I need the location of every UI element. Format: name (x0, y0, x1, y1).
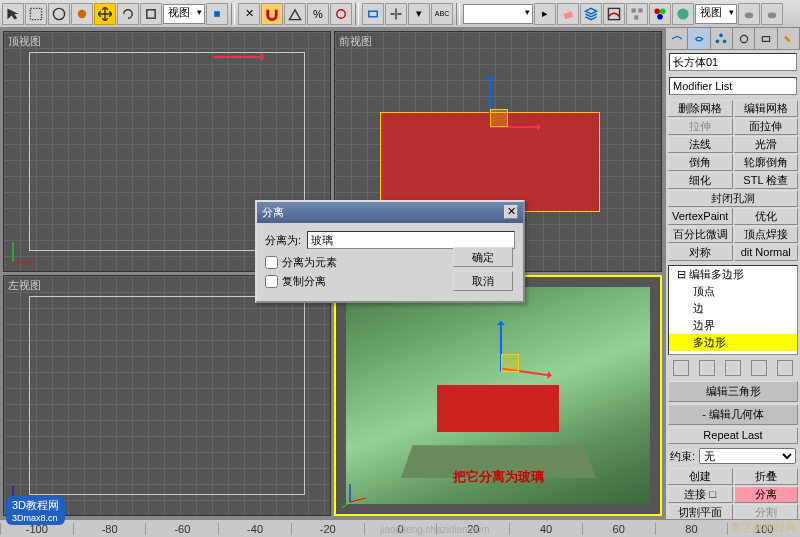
stl-check-button[interactable]: STL 检查 (734, 172, 799, 189)
show-end-icon[interactable] (699, 360, 715, 376)
configure-icon[interactable] (777, 360, 793, 376)
teapot-icon[interactable] (738, 3, 760, 25)
create-tab-icon[interactable] (666, 28, 688, 49)
bevel-button[interactable]: 倒角 (668, 154, 733, 171)
select-lock-icon[interactable]: ✕ (238, 3, 260, 25)
quick-render-icon[interactable] (761, 3, 783, 25)
constraint-dropdown[interactable]: 无 (699, 448, 796, 464)
symmetry-button[interactable]: 对称 (668, 244, 733, 261)
edit-normal-button[interactable]: dit Normal (734, 244, 799, 261)
optimize-button[interactable]: 优化 (734, 208, 799, 225)
outline-bevel-button[interactable]: 轮廓倒角 (734, 154, 799, 171)
create-button[interactable]: 创建 (668, 468, 733, 485)
modifier-list-dropdown[interactable] (669, 77, 797, 95)
hierarchy-tab-icon[interactable] (711, 28, 733, 49)
safe-frame (29, 296, 305, 495)
edit-mesh-button[interactable]: 编辑网格 (734, 100, 799, 117)
pivot-icon[interactable] (206, 3, 228, 25)
angle-snap-icon[interactable] (284, 3, 306, 25)
edit-triangle-rollout[interactable]: 编辑三角形 (668, 381, 798, 402)
edit-geometry-rollout[interactable]: - 编辑几何体 (668, 404, 798, 425)
named-selection-dropdown[interactable] (463, 4, 533, 24)
dialog-titlebar[interactable]: 分离 ✕ (257, 202, 523, 223)
constraint-label: 约束: (670, 449, 695, 464)
connect-button[interactable]: 连接 □ (668, 486, 733, 503)
vertex-paint-button[interactable]: VertexPaint (668, 208, 733, 225)
snap-magnet-icon[interactable] (261, 3, 283, 25)
separator (355, 3, 359, 25)
cap-holes-button[interactable]: 封闭孔洞 (668, 190, 798, 207)
smooth-button[interactable]: 光滑 (734, 136, 799, 153)
layers-icon[interactable] (580, 3, 602, 25)
tree-root[interactable]: ⊟ 编辑多边形 (669, 266, 797, 283)
material-icon[interactable] (649, 3, 671, 25)
make-unique-icon[interactable] (725, 360, 741, 376)
tessellate-button[interactable]: 细化 (668, 172, 733, 189)
svg-rect-10 (638, 8, 642, 12)
pin-stack-icon[interactable] (673, 360, 689, 376)
face-extrude-button[interactable]: 面拉伸 (734, 118, 799, 135)
modifier-stack[interactable]: ⊟ 编辑多边形 顶点 边 边界 多边形 体素 (668, 265, 798, 355)
tree-element[interactable]: 体素 (669, 351, 797, 355)
axis-tripod-icon (340, 480, 370, 510)
align-icon[interactable]: ▾ (408, 3, 430, 25)
motion-tab-icon[interactable] (733, 28, 755, 49)
curve-editor-icon[interactable] (603, 3, 625, 25)
play-icon[interactable]: ▸ (534, 3, 556, 25)
rotate-icon[interactable] (117, 3, 139, 25)
normal-button[interactable]: 法线 (668, 136, 733, 153)
svg-point-17 (768, 12, 776, 18)
tree-polygon[interactable]: 多边形 (669, 334, 797, 351)
detach-dialog: 分离 ✕ 分离为: 分离为元素 复制分离 确定 取消 (255, 200, 525, 303)
viewport-label: 前视图 (339, 34, 372, 49)
annotation-text: 把它分离为玻璃 (453, 468, 544, 486)
extrude-button[interactable]: 拉伸 (668, 118, 733, 135)
arrow-icon[interactable] (2, 3, 24, 25)
mirror-icon[interactable] (385, 3, 407, 25)
select-circle-icon[interactable] (48, 3, 70, 25)
ok-button[interactable]: 确定 (453, 247, 513, 267)
move-icon[interactable] (94, 3, 116, 25)
eraser-icon[interactable] (557, 3, 579, 25)
axis-tripod-icon (8, 237, 38, 267)
tree-edge[interactable]: 边 (669, 300, 797, 317)
slice-plane-button[interactable]: 切割平面 (668, 504, 733, 519)
viewport-perspective[interactable]: 把它分离为玻璃 (334, 275, 662, 516)
render-view-dropdown[interactable]: 视图 (695, 4, 737, 24)
tree-vertex[interactable]: 顶点 (669, 283, 797, 300)
reference-coord-dropdown[interactable]: 视图 (163, 4, 205, 24)
delete-mesh-button[interactable]: 删除网格 (668, 100, 733, 117)
svg-point-12 (654, 8, 660, 14)
modify-tab-icon[interactable] (688, 28, 710, 49)
render-icon[interactable] (672, 3, 694, 25)
schematic-icon[interactable] (626, 3, 648, 25)
viewport-left[interactable]: 左视图 (3, 275, 331, 516)
abc-icon[interactable]: ABC (431, 3, 453, 25)
separator (456, 3, 460, 25)
slice-button[interactable]: 分割 (734, 504, 799, 519)
utilities-tab-icon[interactable] (778, 28, 800, 49)
panel-tabs (666, 28, 800, 50)
named-sel-icon[interactable] (362, 3, 384, 25)
close-icon[interactable]: ✕ (504, 205, 518, 219)
scale-icon[interactable] (140, 3, 162, 25)
vertex-weld-button[interactable]: 顶点焊接 (734, 226, 799, 243)
display-tab-icon[interactable] (755, 28, 777, 49)
percent-tweak-button[interactable]: 百分比微调 (668, 226, 733, 243)
checkbox[interactable] (265, 256, 278, 269)
svg-rect-9 (631, 8, 635, 12)
spinner-snap-icon[interactable] (330, 3, 352, 25)
ruler-tick: -20 (291, 523, 364, 535)
select-rect-icon[interactable] (25, 3, 47, 25)
percent-snap-icon[interactable]: % (307, 3, 329, 25)
checkbox[interactable] (265, 275, 278, 288)
detach-button[interactable]: 分离 (734, 486, 799, 503)
remove-mod-icon[interactable] (751, 360, 767, 376)
tree-border[interactable]: 边界 (669, 317, 797, 334)
selected-polygon[interactable] (437, 385, 559, 433)
select-fence-icon[interactable] (71, 3, 93, 25)
object-name-input[interactable] (669, 53, 797, 71)
cancel-button[interactable]: 取消 (453, 271, 513, 291)
collapse-button[interactable]: 折叠 (734, 468, 799, 485)
repeat-last-button[interactable]: Repeat Last (668, 427, 798, 444)
